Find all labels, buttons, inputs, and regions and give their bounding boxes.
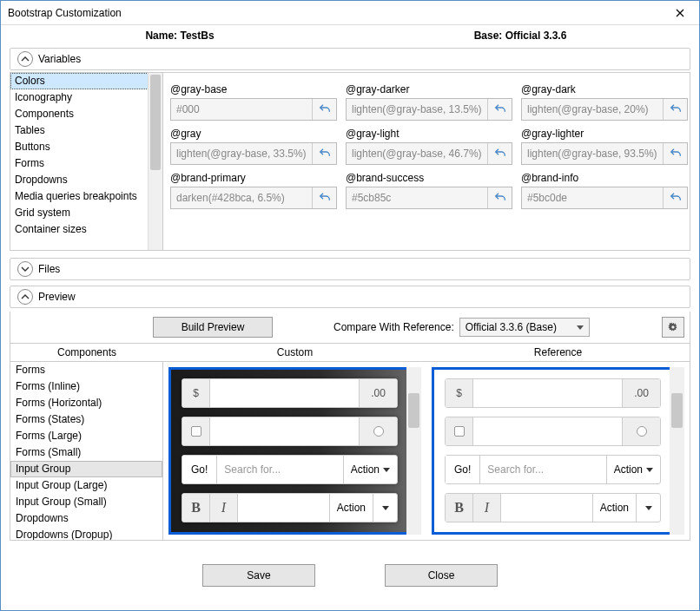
category-item[interactable]: Media queries breakpoints <box>10 188 162 205</box>
variable-input[interactable] <box>347 99 487 120</box>
action-dropdown-caret[interactable] <box>373 494 397 522</box>
reset-button[interactable] <box>487 143 512 164</box>
category-item[interactable]: Colors <box>10 73 162 89</box>
input-group-search: Go!Search for...Action <box>445 455 661 484</box>
category-item[interactable]: Grid system <box>10 205 162 221</box>
action-dropdown[interactable]: Action <box>343 456 397 483</box>
addon-radio[interactable] <box>622 417 660 445</box>
search-input[interactable]: Search for... <box>217 456 342 483</box>
reset-button[interactable] <box>487 187 512 208</box>
addon-cents: .00 <box>359 379 397 407</box>
variables-section-toggle[interactable]: Variables <box>10 48 690 70</box>
component-item[interactable]: Input Group (Small) <box>10 494 162 510</box>
variable-label: @brand-primary <box>170 172 337 185</box>
reset-button[interactable] <box>312 143 336 164</box>
build-preview-button[interactable]: Build Preview <box>153 317 273 338</box>
component-item[interactable]: Dropdowns (Dropup) <box>10 527 162 540</box>
undo-icon <box>669 102 683 116</box>
component-item[interactable]: Forms (States) <box>10 411 162 428</box>
scrollbar-thumb[interactable] <box>408 393 419 428</box>
category-item[interactable]: Components <box>10 106 162 122</box>
component-item[interactable]: Forms (Small) <box>10 444 162 461</box>
go-button[interactable]: Go! <box>446 456 480 483</box>
close-window-button[interactable] <box>661 1 699 25</box>
close-button[interactable]: Close <box>385 564 498 587</box>
variable-label: @gray-darker <box>346 83 512 96</box>
component-item[interactable]: Forms <box>10 362 162 378</box>
addon-dollar: $ <box>182 379 210 407</box>
bold-button[interactable]: B <box>182 494 210 522</box>
gear-icon <box>667 321 679 333</box>
expand-button[interactable] <box>17 261 33 277</box>
base-header: Base: Official 3.3.6 <box>350 30 690 42</box>
variable-field <box>346 98 512 121</box>
reset-button[interactable] <box>663 99 687 120</box>
collapse-button[interactable] <box>17 51 33 67</box>
action-dropdown[interactable]: Action <box>592 494 636 522</box>
action-dropdown[interactable]: Action <box>329 494 373 522</box>
undo-icon <box>493 102 507 116</box>
compare-select[interactable]: Official 3.3.6 (Base) <box>459 318 590 337</box>
undo-icon <box>318 102 332 116</box>
collapse-button[interactable] <box>17 289 33 305</box>
variable-field <box>170 98 337 121</box>
scrollbar-thumb[interactable] <box>671 393 683 428</box>
component-item[interactable]: Forms (Large) <box>10 428 162 444</box>
input-group-toolbar: BIAction <box>445 493 661 522</box>
scrollbar[interactable] <box>406 367 421 535</box>
category-item[interactable]: Container sizes <box>10 221 162 238</box>
component-item[interactable]: Forms (Inline) <box>10 378 162 395</box>
variable-input[interactable] <box>171 143 312 164</box>
bold-button[interactable]: B <box>446 494 473 522</box>
addon-checkbox[interactable] <box>182 417 210 445</box>
component-list[interactable]: FormsForms (Inline)Forms (Horizontal)For… <box>10 362 163 540</box>
category-item[interactable]: Buttons <box>10 139 162 155</box>
component-item[interactable]: Forms (Horizontal) <box>10 395 162 411</box>
text-input[interactable] <box>473 417 622 445</box>
italic-button[interactable]: I <box>473 494 501 522</box>
variable-input[interactable] <box>171 99 312 120</box>
addon-checkbox[interactable] <box>446 417 473 445</box>
category-item[interactable]: Dropdowns <box>10 172 162 188</box>
go-button[interactable]: Go! <box>182 456 217 483</box>
reset-button[interactable] <box>663 187 687 208</box>
text-input[interactable] <box>210 379 359 407</box>
reset-button[interactable] <box>312 187 336 208</box>
variable-input[interactable] <box>347 143 487 164</box>
italic-button[interactable]: I <box>210 494 238 522</box>
scrollbar-thumb[interactable] <box>150 75 161 170</box>
component-item[interactable]: Dropdowns <box>10 510 162 527</box>
category-list[interactable]: ColorsIconographyComponentsTablesButtons… <box>10 73 163 250</box>
reset-button[interactable] <box>487 99 512 120</box>
input-group-search: Go!Search for...Action <box>182 455 398 484</box>
text-input[interactable] <box>473 379 622 407</box>
variable-field <box>170 187 337 209</box>
variable-input[interactable] <box>347 187 487 208</box>
reset-button[interactable] <box>312 99 336 120</box>
text-input[interactable] <box>501 494 592 522</box>
category-item[interactable]: Forms <box>10 155 162 172</box>
variable-input[interactable] <box>171 187 312 208</box>
text-input[interactable] <box>238 494 329 522</box>
save-button[interactable]: Save <box>202 564 315 587</box>
scrollbar[interactable] <box>670 367 684 535</box>
scrollbar[interactable] <box>148 73 162 250</box>
action-dropdown[interactable]: Action <box>606 456 660 483</box>
variable-input[interactable] <box>522 143 663 164</box>
reset-button[interactable] <box>663 143 687 164</box>
action-dropdown-caret[interactable] <box>636 494 660 522</box>
search-input[interactable]: Search for... <box>480 456 605 483</box>
preview-section-toggle[interactable]: Preview <box>10 286 690 308</box>
files-section-toggle[interactable]: Files <box>10 258 690 280</box>
settings-button[interactable] <box>662 317 684 338</box>
input-group-money: $.00 <box>445 378 661 408</box>
component-item[interactable]: Input Group (Large) <box>10 477 162 494</box>
variable-input[interactable] <box>522 187 663 208</box>
category-item[interactable]: Tables <box>10 122 162 139</box>
category-item[interactable]: Iconography <box>10 89 162 106</box>
variable-label: @gray-lighter <box>521 128 688 141</box>
variable-input[interactable] <box>522 99 663 120</box>
text-input[interactable] <box>210 417 359 445</box>
component-item[interactable]: Input Group <box>10 461 162 477</box>
addon-radio[interactable] <box>359 417 397 445</box>
